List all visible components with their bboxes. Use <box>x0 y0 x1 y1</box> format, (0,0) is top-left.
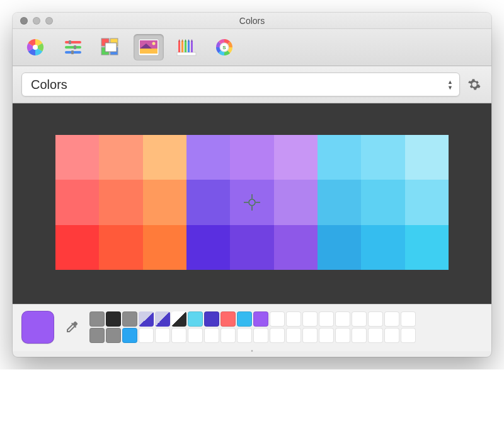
tab-spectrum[interactable]: S <box>209 34 239 61</box>
swatch[interactable] <box>237 311 252 327</box>
swatch[interactable] <box>302 328 318 343</box>
svg-marker-19 <box>178 39 180 42</box>
svg-rect-3 <box>65 46 81 49</box>
grid-cell[interactable] <box>230 180 273 224</box>
swatch[interactable] <box>401 311 416 327</box>
grid-cell[interactable] <box>405 225 449 270</box>
swatch[interactable] <box>319 311 334 327</box>
swatch[interactable] <box>106 328 121 343</box>
swatch[interactable] <box>188 328 203 343</box>
swatch[interactable] <box>122 328 137 343</box>
swatch[interactable] <box>171 328 186 343</box>
pencils-icon <box>176 38 197 57</box>
palettes-icon <box>101 38 121 57</box>
svg-rect-11 <box>105 43 117 52</box>
titlebar[interactable]: Colors <box>13 13 491 29</box>
swatch[interactable] <box>220 328 236 343</box>
swatch[interactable] <box>384 311 399 327</box>
tab-color-wheel[interactable] <box>20 34 50 61</box>
grid-cell[interactable] <box>318 225 361 270</box>
swatch[interactable] <box>89 311 105 327</box>
grid-cell[interactable] <box>143 135 186 180</box>
grid-cell[interactable] <box>405 135 449 180</box>
swatch[interactable] <box>270 328 285 343</box>
swatch[interactable] <box>89 328 105 343</box>
grid-cell[interactable] <box>274 135 318 180</box>
eyedropper-icon <box>64 320 79 335</box>
chevron-up-down-icon: ▲▼ <box>447 79 453 90</box>
svg-point-16 <box>152 42 156 45</box>
swatch[interactable] <box>171 311 186 327</box>
zoom-button[interactable] <box>45 17 53 25</box>
grid-cell[interactable] <box>55 135 99 180</box>
grid-cell[interactable] <box>274 180 318 224</box>
colors-window: Colors <box>13 13 491 357</box>
grid-cell[interactable] <box>230 135 273 180</box>
resize-handle[interactable]: • <box>13 347 491 357</box>
swatch[interactable] <box>253 311 268 327</box>
selected-color-well[interactable] <box>21 311 54 344</box>
palette-settings-button[interactable] <box>466 76 483 93</box>
grid-cell[interactable] <box>55 180 99 224</box>
grid-cell[interactable] <box>318 135 361 180</box>
swatch[interactable] <box>106 311 121 327</box>
swatch[interactable] <box>368 328 383 343</box>
swatch[interactable] <box>237 328 252 343</box>
swatch[interactable] <box>139 311 154 327</box>
grid-cell[interactable] <box>361 135 404 180</box>
swatch[interactable] <box>401 328 416 343</box>
swatch[interactable] <box>384 328 399 343</box>
sliders-icon <box>64 39 83 55</box>
swatch[interactable] <box>286 311 301 327</box>
svg-rect-18 <box>178 42 180 52</box>
grid-cell[interactable] <box>274 225 318 270</box>
tab-pencils[interactable] <box>171 34 202 61</box>
grid-cell[interactable] <box>186 180 230 224</box>
grid-cell[interactable] <box>99 225 142 270</box>
tab-image-palettes[interactable] <box>134 34 164 61</box>
swatch[interactable] <box>253 328 268 343</box>
swatch[interactable] <box>155 311 170 327</box>
grid-cell[interactable] <box>99 180 142 224</box>
swatch[interactable] <box>220 311 236 327</box>
minimize-button[interactable] <box>33 17 40 25</box>
swatch[interactable] <box>335 311 350 327</box>
eyedropper-button[interactable] <box>63 318 81 336</box>
swatch[interactable] <box>335 328 350 343</box>
swatch[interactable] <box>319 328 334 343</box>
grid-cell[interactable] <box>186 225 230 270</box>
swatch[interactable] <box>188 311 203 327</box>
swatch[interactable] <box>122 311 137 327</box>
svg-rect-20 <box>181 42 183 52</box>
swatch[interactable] <box>352 328 367 343</box>
swatch[interactable] <box>155 328 170 343</box>
tab-color-sliders[interactable] <box>58 34 88 61</box>
swatch[interactable] <box>139 328 154 343</box>
swatch[interactable] <box>286 328 301 343</box>
swatch[interactable] <box>204 328 219 343</box>
tab-color-palettes[interactable] <box>96 34 126 61</box>
svg-marker-23 <box>185 39 186 42</box>
grid-cell[interactable] <box>99 135 142 180</box>
color-grid[interactable] <box>55 135 449 270</box>
grid-cell[interactable] <box>361 225 404 270</box>
grid-cell[interactable] <box>405 180 449 224</box>
svg-marker-21 <box>181 39 183 42</box>
grid-cell[interactable] <box>55 225 99 270</box>
palette-select[interactable]: Colors ▲▼ <box>21 73 460 96</box>
grid-cell[interactable] <box>186 135 230 180</box>
grid-cell[interactable] <box>143 225 186 270</box>
swatch[interactable] <box>368 311 383 327</box>
svg-rect-26 <box>191 42 193 52</box>
svg-marker-25 <box>188 39 190 42</box>
grid-cell[interactable] <box>361 180 404 224</box>
swatch[interactable] <box>204 311 219 327</box>
grid-cell[interactable] <box>143 180 186 224</box>
svg-rect-6 <box>71 50 74 54</box>
close-button[interactable] <box>20 17 28 25</box>
swatch[interactable] <box>352 311 367 327</box>
grid-cell[interactable] <box>318 180 361 224</box>
grid-cell[interactable] <box>230 225 273 270</box>
swatch[interactable] <box>302 311 318 327</box>
swatch[interactable] <box>270 311 285 327</box>
